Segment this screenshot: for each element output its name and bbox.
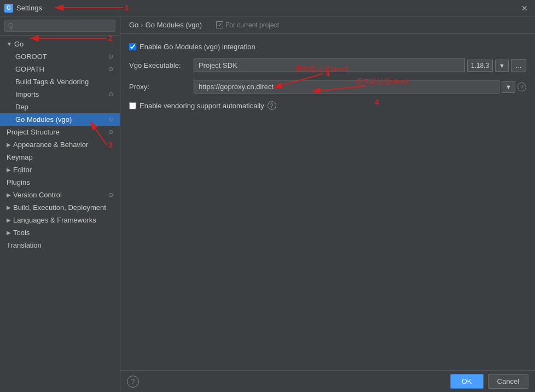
- breadcrumb: Go › Go Modules (vgo): [129, 21, 202, 29]
- vgo-executable-input[interactable]: [194, 58, 465, 72]
- sidebar-item-imports[interactable]: Imports ⊙: [0, 88, 120, 101]
- for-current-project: ✓ For current project: [216, 21, 279, 29]
- enable-go-modules-row: Enable Go Modules (vgo) integration: [129, 43, 526, 51]
- help-button[interactable]: ?: [127, 376, 139, 388]
- proxy-label: Proxy:: [129, 83, 189, 91]
- close-button[interactable]: ✕: [519, 2, 531, 14]
- proxy-value-group: ▼ ?: [194, 80, 526, 93]
- version-tag: 1.18.3: [467, 60, 493, 72]
- cancel-button[interactable]: Cancel: [488, 374, 528, 389]
- sidebar-item-translation[interactable]: Translation: [0, 239, 120, 251]
- proxy-dropdown-button[interactable]: ▼: [502, 81, 515, 93]
- expand-arrow-icon: ▶: [7, 204, 11, 210]
- proxy-help-icon[interactable]: ?: [517, 83, 526, 91]
- sidebar-item-appearance[interactable]: ▶ Appearance & Behavior: [0, 138, 120, 151]
- sidebar-list: ▼ Go GOROOT ⊙ GOPATH ⊙ Build Tags & Vend…: [0, 36, 120, 392]
- vendoring-checkbox[interactable]: [129, 102, 136, 109]
- sidebar-item-dep[interactable]: Dep: [0, 101, 120, 113]
- sidebar-item-go-modules[interactable]: Go Modules (vgo) ⊙: [0, 113, 120, 126]
- sidebar-item-go[interactable]: ▼ Go: [0, 38, 120, 50]
- expand-arrow-icon: ▶: [7, 142, 11, 148]
- sidebar-item-version-control[interactable]: ▶ Version Control ⊙: [0, 189, 120, 201]
- sidebar-item-languages[interactable]: ▶ Languages & Frameworks: [0, 214, 120, 226]
- project-checkbox-icon: ✓: [216, 21, 223, 28]
- enable-go-modules-checkbox[interactable]: [129, 43, 136, 50]
- title-bar-text: Settings: [16, 4, 42, 12]
- title-bar: G Settings ✕: [0, 0, 535, 16]
- vgo-executable-value-group: 1.18.3 ▼ ...: [194, 58, 526, 72]
- search-input[interactable]: [4, 20, 115, 32]
- version-dropdown-button[interactable]: ▼: [495, 60, 509, 72]
- config-icon: ⊙: [108, 53, 113, 60]
- bottom-bar: ? OK Cancel: [120, 370, 535, 392]
- browse-button[interactable]: ...: [511, 59, 526, 72]
- vgo-executable-row: Vgo Executable: 1.18.3 ▼ ...: [129, 58, 526, 72]
- config-icon: ⊙: [108, 91, 113, 98]
- proxy-input[interactable]: [194, 80, 499, 93]
- proxy-row: Proxy: ▼ ?: [129, 80, 526, 93]
- panel-body: Enable Go Modules (vgo) integration Vgo …: [120, 34, 535, 370]
- expand-arrow-icon: ▼: [7, 41, 12, 47]
- config-icon: ⊙: [108, 191, 113, 198]
- expand-arrow-icon: ▶: [7, 217, 11, 223]
- vendoring-label: Enable vendoring support automatically: [139, 102, 264, 110]
- right-panel: Go › Go Modules (vgo) ✓ For current proj…: [120, 16, 535, 392]
- ok-button[interactable]: OK: [450, 374, 484, 389]
- vendoring-help-icon[interactable]: ?: [268, 101, 276, 110]
- sidebar-item-plugins[interactable]: Plugins: [0, 176, 120, 189]
- sidebar-item-project-structure[interactable]: Project Structure ⊙: [0, 126, 120, 138]
- vendoring-row: Enable vendoring support automatically ?: [129, 101, 526, 110]
- expand-arrow-icon: ▶: [7, 230, 11, 236]
- breadcrumb-sep: ›: [141, 21, 143, 29]
- expand-arrow-icon: ▶: [7, 192, 11, 198]
- bottom-buttons: OK Cancel: [450, 374, 528, 389]
- sidebar-item-build-tags[interactable]: Build Tags & Vendoring: [0, 75, 120, 88]
- main-content: ▼ Go GOROOT ⊙ GOPATH ⊙ Build Tags & Vend…: [0, 16, 535, 392]
- sidebar: ▼ Go GOROOT ⊙ GOPATH ⊙ Build Tags & Vend…: [0, 16, 120, 392]
- config-icon: ⊙: [108, 116, 113, 123]
- app-icon: G: [4, 4, 13, 13]
- sidebar-item-editor[interactable]: ▶ Editor: [0, 163, 120, 176]
- sidebar-item-build[interactable]: ▶ Build, Execution, Deployment: [0, 201, 120, 214]
- breadcrumb-part1: Go: [129, 21, 138, 29]
- vgo-executable-label: Vgo Executable:: [129, 61, 189, 69]
- sidebar-item-keymap[interactable]: Keymap: [0, 151, 120, 163]
- expand-arrow-icon: ▶: [7, 167, 11, 173]
- sidebar-item-gopath[interactable]: GOPATH ⊙: [0, 63, 120, 75]
- enable-go-modules-label: Enable Go Modules (vgo) integration: [139, 43, 255, 51]
- panel-header: Go › Go Modules (vgo) ✓ For current proj…: [120, 16, 535, 34]
- config-icon: ⊙: [108, 128, 113, 136]
- sidebar-item-tools[interactable]: ▶ Tools: [0, 226, 120, 239]
- config-icon: ⊙: [108, 66, 113, 73]
- sidebar-item-goroot[interactable]: GOROOT ⊙: [0, 50, 120, 63]
- search-box: [0, 16, 120, 36]
- breadcrumb-part2: Go Modules (vgo): [146, 21, 202, 29]
